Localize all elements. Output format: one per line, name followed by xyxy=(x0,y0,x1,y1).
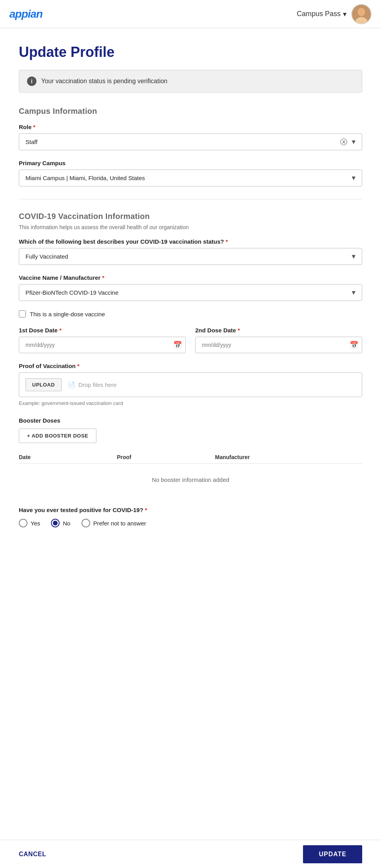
covid-test-prefer-label: Prefer not to answer xyxy=(93,520,146,527)
booster-date-col-header: Date xyxy=(19,454,117,460)
covid-test-yes-option[interactable]: Yes xyxy=(19,519,40,527)
vaccine-name-required: * xyxy=(102,274,104,281)
role-clear-icon[interactable]: ⓧ xyxy=(340,137,347,147)
drop-files-label: Drop files here xyxy=(78,381,117,388)
covid-test-yes-radio[interactable] xyxy=(19,519,27,527)
cancel-button[interactable]: CANCEL xyxy=(19,851,46,858)
svg-point-3 xyxy=(358,8,365,16)
booster-proof-col-header: Proof xyxy=(117,454,215,460)
header-right: Campus Pass ▾ xyxy=(297,4,372,24)
covid-test-no-radio-inner xyxy=(53,521,58,525)
covid-test-prefer-radio[interactable] xyxy=(82,519,90,527)
vaccine-name-select[interactable]: Pfizer-BioNTech COVID-19 Vaccine Moderna… xyxy=(19,284,362,301)
covid-test-no-label: No xyxy=(63,520,70,527)
covid-test-required: * xyxy=(145,507,147,513)
vaccination-status-label: Which of the following best describes yo… xyxy=(19,238,362,245)
covid-section: COVID-19 Vaccination Information This in… xyxy=(19,212,362,527)
covid-test-question: Have you ever tested positive for COVID-… xyxy=(19,507,362,513)
vaccination-status-select-wrapper: Fully Vaccinated Not Vaccinated Partiall… xyxy=(19,248,362,265)
dose1-input-wrapper: 📅 xyxy=(19,337,186,353)
main-content: Update Profile i Your vaccination status… xyxy=(0,28,381,868)
campus-section-title: Campus Information xyxy=(19,107,362,116)
no-booster-message: No booster information added xyxy=(19,467,362,496)
vaccine-name-label: Vaccine Name / Manufacturer * xyxy=(19,274,362,281)
dose1-group: 1st Dose Date * 📅 xyxy=(19,327,186,353)
covid-test-no-option[interactable]: No xyxy=(51,519,70,527)
dose1-calendar-icon[interactable]: 📅 xyxy=(173,341,182,349)
vaccination-status-required: * xyxy=(225,238,228,245)
upload-hint: Example: government-issued vaccination c… xyxy=(19,400,362,406)
booster-section: Booster Doses + ADD BOOSTER DOSE Date Pr… xyxy=(19,417,362,496)
dose1-label: 1st Dose Date * xyxy=(19,327,186,334)
user-avatar[interactable] xyxy=(351,4,372,24)
vaccine-name-field-group: Vaccine Name / Manufacturer * Pfizer-Bio… xyxy=(19,274,362,301)
primary-campus-field-group: Primary Campus Miami Campus | Miami, Flo… xyxy=(19,160,362,186)
dose1-required: * xyxy=(59,327,62,334)
dose2-required: * xyxy=(238,327,240,334)
dose2-calendar-icon[interactable]: 📅 xyxy=(350,341,358,349)
info-icon: i xyxy=(27,77,36,86)
booster-table-header: Date Proof Manufacturer xyxy=(19,451,362,464)
dose2-input-wrapper: 📅 xyxy=(195,337,362,353)
section-divider xyxy=(19,199,362,199)
upload-button[interactable]: UPLOAD xyxy=(25,378,62,391)
proof-required: * xyxy=(77,363,80,369)
single-dose-row: This is a single-dose vaccine xyxy=(19,310,362,317)
primary-campus-select[interactable]: Miami Campus | Miami, Florida, United St… xyxy=(19,170,362,186)
header: appian Campus Pass ▾ xyxy=(0,0,381,28)
avatar-image xyxy=(352,5,371,24)
vaccination-status-select[interactable]: Fully Vaccinated Not Vaccinated Partiall… xyxy=(19,248,362,265)
role-field-group: Role * Staff ⓧ ▼ xyxy=(19,124,362,150)
dose-dates-row: 1st Dose Date * 📅 2nd Dose Date * 📅 xyxy=(19,327,362,353)
role-label: Role * xyxy=(19,124,362,130)
add-booster-button[interactable]: + ADD BOOSTER DOSE xyxy=(19,429,96,443)
role-select-wrapper: Staff ⓧ ▼ xyxy=(19,133,362,150)
covid-test-section: Have you ever tested positive for COVID-… xyxy=(19,507,362,527)
dose1-input[interactable] xyxy=(19,337,186,353)
alert-banner: i Your vaccination status is pending ver… xyxy=(19,70,362,93)
covid-section-title: COVID-19 Vaccination Information xyxy=(19,212,362,221)
covid-test-no-radio[interactable] xyxy=(51,519,60,527)
single-dose-label[interactable]: This is a single-dose vaccine xyxy=(30,311,105,317)
campus-section: Campus Information Role * Staff ⓧ ▼ Prim… xyxy=(19,107,362,186)
covid-test-radio-group: Yes No Prefer not to answer xyxy=(19,519,362,527)
role-select[interactable]: Staff xyxy=(19,133,362,150)
dose2-input[interactable] xyxy=(195,337,362,353)
vaccine-name-select-wrapper: Pfizer-BioNTech COVID-19 Vaccine Moderna… xyxy=(19,284,362,301)
campus-pass-chevron-icon: ▾ xyxy=(343,10,347,18)
proof-label: Proof of Vaccination * xyxy=(19,363,362,369)
upload-area: UPLOAD 📄 Drop files here xyxy=(19,372,362,397)
file-icon: 📄 xyxy=(68,381,75,388)
alert-message: Your vaccination status is pending verif… xyxy=(41,78,167,85)
primary-campus-label: Primary Campus xyxy=(19,160,362,166)
dose2-group: 2nd Dose Date * 📅 xyxy=(195,327,362,353)
dose2-label: 2nd Dose Date * xyxy=(195,327,362,334)
drop-files-area[interactable]: 📄 Drop files here xyxy=(68,381,117,388)
covid-section-subtitle: This information helps us assess the ove… xyxy=(19,224,362,230)
booster-manufacturer-col-header: Manufacturer xyxy=(215,454,362,460)
appian-logo-text: appian xyxy=(9,8,42,20)
single-dose-checkbox[interactable] xyxy=(19,310,26,317)
vaccination-status-field-group: Which of the following best describes yo… xyxy=(19,238,362,265)
campus-pass-label: Campus Pass xyxy=(297,10,341,18)
primary-campus-select-wrapper: Miami Campus | Miami, Florida, United St… xyxy=(19,170,362,186)
update-button[interactable]: UPDATE xyxy=(303,845,362,863)
footer: CANCEL UPDATE xyxy=(0,840,381,868)
proof-field-group: Proof of Vaccination * UPLOAD 📄 Drop fil… xyxy=(19,363,362,406)
covid-test-yes-label: Yes xyxy=(31,520,40,527)
appian-logo: appian xyxy=(9,8,42,20)
page-title: Update Profile xyxy=(19,44,362,60)
role-required: * xyxy=(33,124,36,130)
booster-label: Booster Doses xyxy=(19,417,362,424)
campus-pass-dropdown[interactable]: Campus Pass ▾ xyxy=(297,10,347,18)
covid-test-prefer-option[interactable]: Prefer not to answer xyxy=(82,519,146,527)
